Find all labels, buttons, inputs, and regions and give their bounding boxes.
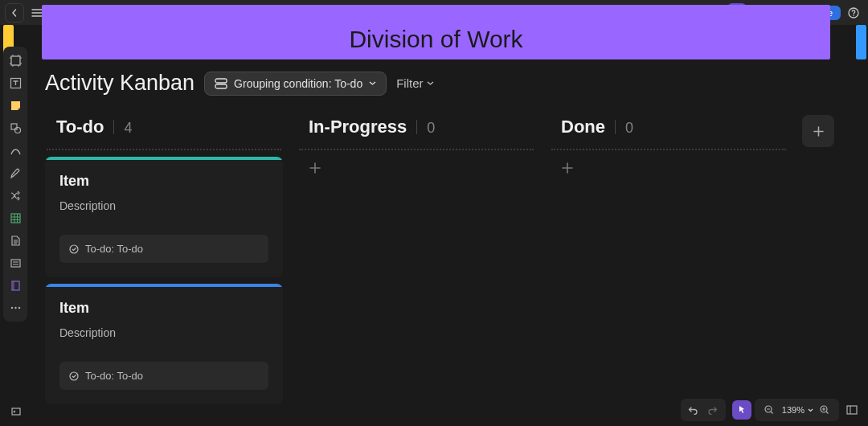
card-title: Item	[59, 300, 268, 317]
card-description: Description	[59, 199, 268, 212]
card-accent	[45, 157, 283, 160]
filter-selector[interactable]: Filter	[396, 76, 433, 90]
book-tool[interactable]	[6, 276, 24, 294]
plus-icon	[561, 162, 574, 174]
undo-button[interactable]	[684, 400, 703, 420]
document-tool[interactable]	[6, 231, 24, 249]
board-header: Activity Kanban Grouping condition: To-d…	[45, 71, 844, 96]
column-title: In-Progress	[309, 117, 407, 137]
help-button[interactable]	[844, 3, 863, 23]
chevron-down-icon	[369, 81, 376, 86]
pen-tool[interactable]	[6, 164, 24, 182]
column-title: Done	[561, 117, 605, 137]
grouping-selector[interactable]: Grouping condition: To-do	[204, 72, 387, 96]
svg-rect-16	[215, 84, 227, 88]
undo-redo-group	[681, 399, 726, 421]
svg-rect-7	[11, 124, 17, 129]
svg-point-13	[14, 307, 16, 309]
kanban-columns: To-do 4 Item Description To-do: To-do It…	[45, 113, 844, 404]
card-description: Description	[59, 326, 268, 339]
grouping-icon	[215, 78, 227, 89]
kanban-column-done: Done 0	[550, 113, 788, 182]
list-tool[interactable]	[6, 254, 24, 272]
svg-point-12	[10, 307, 12, 309]
svg-rect-10	[11, 260, 20, 267]
banner-title: Division of Work	[349, 26, 522, 53]
column-divider	[47, 149, 281, 150]
more-tools[interactable]	[6, 299, 24, 317]
svg-rect-22	[847, 406, 857, 414]
shuffle-tool[interactable]	[6, 186, 24, 204]
cursor-mode-button[interactable]	[732, 400, 751, 420]
svg-rect-5	[11, 56, 20, 65]
zoom-controls: 139%	[755, 399, 839, 421]
connector-tool[interactable]	[6, 141, 24, 159]
kanban-column-todo: To-do 4 Item Description To-do: To-do It…	[45, 113, 283, 404]
shape-tool[interactable]	[6, 119, 24, 137]
zoom-level-label[interactable]: 139%	[780, 405, 806, 415]
check-circle-icon	[69, 244, 79, 254]
minimap-button[interactable]	[842, 400, 862, 420]
left-toolbar	[3, 47, 27, 322]
card-accent	[45, 284, 283, 287]
svg-point-17	[70, 245, 78, 253]
sticky-note-tool[interactable]	[6, 96, 24, 114]
page-banner: Division of Work	[42, 5, 830, 59]
add-column-button[interactable]	[802, 115, 834, 147]
column-count: 0	[625, 120, 633, 137]
svg-point-18	[70, 372, 78, 380]
plus-icon	[813, 125, 825, 137]
bottom-right-controls: 139%	[681, 399, 862, 421]
column-title: To-do	[56, 117, 104, 137]
add-card-button[interactable]	[550, 154, 788, 182]
right-color-strip	[856, 25, 866, 59]
card-title: Item	[59, 173, 268, 190]
redo-button[interactable]	[703, 400, 723, 420]
column-header[interactable]: Done 0	[550, 113, 788, 149]
kanban-card[interactable]: Item Description To-do: To-do	[45, 284, 283, 404]
column-header[interactable]: To-do 4	[45, 113, 283, 149]
back-button[interactable]	[5, 3, 24, 23]
svg-point-8	[14, 127, 20, 133]
bottom-left-controls	[6, 402, 26, 421]
svg-rect-11	[12, 281, 19, 290]
chevron-down-icon	[427, 81, 434, 86]
svg-point-14	[18, 307, 19, 309]
text-tool[interactable]	[6, 74, 24, 92]
zoom-in-button[interactable]	[815, 400, 834, 420]
board-title: Activity Kanban	[45, 71, 194, 96]
check-circle-icon	[69, 371, 79, 381]
board-content: Activity Kanban Grouping condition: To-d…	[45, 71, 844, 402]
column-divider	[551, 149, 786, 150]
table-tool[interactable]	[6, 209, 24, 227]
plus-icon	[309, 162, 321, 174]
svg-rect-15	[215, 79, 227, 83]
zoom-out-button[interactable]	[760, 400, 779, 420]
kanban-column-in-progress: In-Progress 0	[297, 113, 535, 182]
column-count: 0	[427, 120, 435, 137]
column-divider	[299, 149, 534, 150]
card-tag: To-do: To-do	[59, 362, 268, 390]
add-card-button[interactable]	[297, 154, 535, 182]
column-header[interactable]: In-Progress 0	[297, 113, 535, 149]
chevron-down-icon	[808, 408, 813, 412]
kanban-card[interactable]: Item Description To-do: To-do	[45, 157, 283, 277]
svg-rect-9	[11, 214, 20, 223]
minimize-panel-button[interactable]	[6, 402, 26, 421]
column-count: 4	[124, 120, 132, 137]
frame-tool[interactable]	[6, 51, 24, 69]
card-tag: To-do: To-do	[59, 235, 268, 263]
